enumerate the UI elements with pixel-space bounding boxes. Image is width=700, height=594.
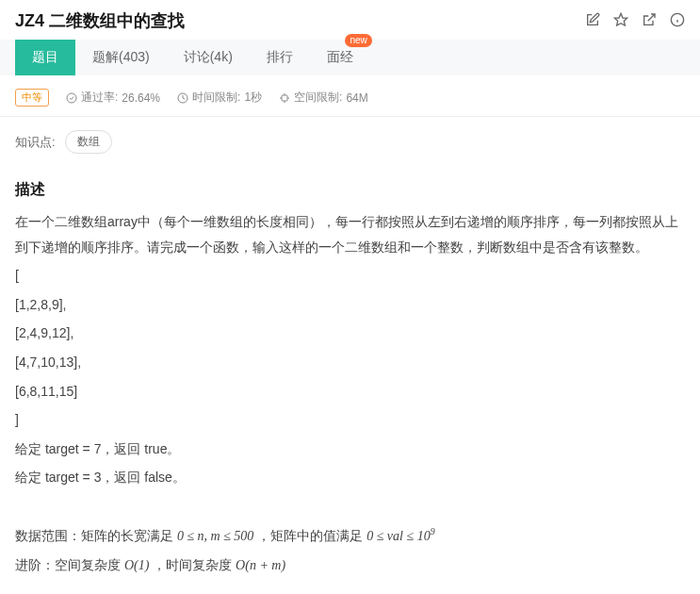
share-icon[interactable] — [642, 12, 657, 30]
description-heading: 描述 — [15, 180, 685, 200]
advance-line: 进阶：空间复杂度 O(1) ，时间复杂度 O(n + m) — [15, 553, 685, 579]
data-range: 数据范围：矩阵的长宽满足 0 ≤ n, m ≤ 500 ，矩阵中的值满足 0 ≤… — [15, 523, 685, 550]
info-icon[interactable] — [670, 12, 685, 30]
chip-icon — [279, 92, 290, 104]
given-1: 给定 target = 7，返回 true。 — [15, 437, 685, 462]
description-body: 在一个二维数组array中（每个一维数组的长度相同），每一行都按照从左到右递增的… — [15, 209, 685, 579]
tab-bar: 题目 题解(403) 讨论(4k) 排行 面经 new — [0, 40, 700, 75]
tab-solutions[interactable]: 题解(403) — [75, 40, 167, 75]
tag-array[interactable]: 数组 — [65, 130, 112, 154]
tags-row: 知识点: 数组 — [0, 117, 700, 167]
edit-icon[interactable] — [585, 12, 600, 30]
given-2: 给定 target = 3，返回 false。 — [15, 465, 685, 490]
tab-interview-label: 面经 — [327, 49, 353, 64]
matrix-line: [4,7,10,13], — [15, 350, 685, 375]
check-circle-icon — [66, 92, 77, 104]
clock-icon — [177, 92, 188, 104]
content-area: 描述 在一个二维数组array中（每个一维数组的长度相同），每一行都按照从左到右… — [0, 180, 700, 594]
svg-marker-0 — [614, 13, 627, 25]
star-icon[interactable] — [613, 12, 628, 30]
meta-row: 中等 通过率: 26.64% 时间限制: 1秒 空间限制: 64M — [0, 75, 700, 117]
header-icon-group — [585, 12, 685, 30]
desc-para: 在一个二维数组array中（每个一维数组的长度相同），每一行都按照从左到右递增的… — [15, 209, 685, 259]
svg-point-4 — [67, 93, 76, 103]
time-limit: 时间限制: 1秒 — [177, 90, 262, 106]
tab-discuss[interactable]: 讨论(4k) — [167, 40, 250, 75]
page-title: JZ4 二维数组中的查找 — [15, 9, 185, 32]
memory-limit: 空间限制: 64M — [279, 90, 368, 106]
new-badge: new — [345, 34, 371, 47]
tab-problem[interactable]: 题目 — [15, 40, 75, 75]
svg-rect-6 — [282, 95, 287, 101]
tab-interview[interactable]: 面经 new — [310, 40, 370, 75]
matrix-line: [6,8,11,15] — [15, 379, 685, 404]
pass-rate: 通过率: 26.64% — [66, 90, 160, 106]
matrix-line: [ — [15, 263, 685, 289]
tags-label: 知识点: — [15, 134, 56, 151]
matrix-line: ] — [15, 407, 685, 433]
matrix-line: [2,4,9,12], — [15, 321, 685, 346]
tab-rank[interactable]: 排行 — [250, 40, 310, 75]
matrix-line: [1,2,8,9], — [15, 292, 685, 318]
difficulty-badge: 中等 — [15, 89, 49, 107]
